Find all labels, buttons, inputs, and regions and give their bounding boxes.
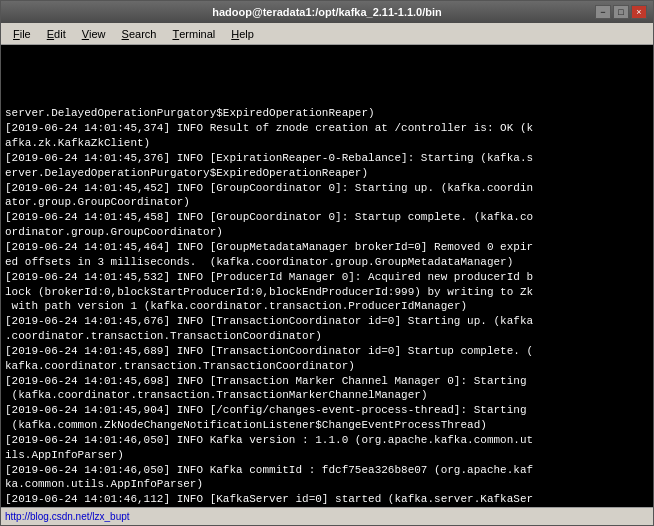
menu-view[interactable]: View xyxy=(74,23,114,44)
terminal-line: [2019-06-24 14:01:45,458] INFO [GroupCoo… xyxy=(5,210,633,225)
window-controls: − □ × xyxy=(595,5,647,19)
terminal-line: [2019-06-24 14:01:46,050] INFO Kafka com… xyxy=(5,463,633,478)
terminal-window: hadoop@teradata1:/opt/kafka_2.11-1.1.0/b… xyxy=(0,0,654,526)
menu-search[interactable]: Search xyxy=(114,23,165,44)
terminal-line: [2019-06-24 14:01:45,452] INFO [GroupCoo… xyxy=(5,181,633,196)
menu-terminal[interactable]: Terminal xyxy=(164,23,223,44)
terminal-line: [2019-06-24 14:01:45,376] INFO [Expirati… xyxy=(5,151,633,166)
terminal-line: [2019-06-24 14:01:45,374] INFO Result of… xyxy=(5,121,633,136)
terminal-line: ator.group.GroupCoordinator) xyxy=(5,195,633,210)
terminal-line: ka.common.utils.AppInfoParser) xyxy=(5,477,633,492)
terminal-line: ils.AppInfoParser) xyxy=(5,448,633,463)
terminal-line: server.DelayedOperationPurgatory$Expired… xyxy=(5,106,633,121)
terminal-line: erver.DelayedOperationPurgatory$ExpiredO… xyxy=(5,166,633,181)
menu-file[interactable]: File xyxy=(5,23,39,44)
terminal-line: kafka.coordinator.transaction.Transactio… xyxy=(5,359,633,374)
close-button[interactable]: × xyxy=(631,5,647,19)
terminal-content: server.DelayedOperationPurgatory$Expired… xyxy=(5,77,649,507)
terminal-line: [2019-06-24 14:01:45,698] INFO [Transact… xyxy=(5,374,633,389)
terminal-output[interactable]: server.DelayedOperationPurgatory$Expired… xyxy=(1,45,653,507)
terminal-line: [2019-06-24 14:01:45,689] INFO [Transact… xyxy=(5,344,633,359)
status-bar: http://blog.csdn.net/lzx_bupt xyxy=(1,507,653,525)
terminal-line: [2019-06-24 14:01:46,112] INFO [KafkaSer… xyxy=(5,492,633,507)
maximize-button[interactable]: □ xyxy=(613,5,629,19)
menu-edit[interactable]: Edit xyxy=(39,23,74,44)
menu-bar: File Edit View Search Terminal Help xyxy=(1,23,653,45)
terminal-line: with path version 1 (kafka.coordinator.t… xyxy=(5,299,633,314)
status-text: http://blog.csdn.net/lzx_bupt xyxy=(5,511,130,522)
window-title: hadoop@teradata1:/opt/kafka_2.11-1.1.0/b… xyxy=(59,6,595,18)
minimize-button[interactable]: − xyxy=(595,5,611,19)
terminal-line: afka.zk.KafkaZkClient) xyxy=(5,136,633,151)
terminal-line: (kafka.coordinator.transaction.Transacti… xyxy=(5,388,633,403)
terminal-line: ed offsets in 3 milliseconds. (kafka.coo… xyxy=(5,255,633,270)
menu-help[interactable]: Help xyxy=(223,23,262,44)
terminal-line: [2019-06-24 14:01:45,464] INFO [GroupMet… xyxy=(5,240,633,255)
terminal-line: [2019-06-24 14:01:45,532] INFO [Producer… xyxy=(5,270,633,285)
terminal-line: lock (brokerId:0,blockStartProducerId:0,… xyxy=(5,285,633,300)
terminal-line: ordinator.group.GroupCoordinator) xyxy=(5,225,633,240)
terminal-line: [2019-06-24 14:01:46,050] INFO Kafka ver… xyxy=(5,433,633,448)
terminal-line: (kafka.common.ZkNodeChangeNotificationLi… xyxy=(5,418,633,433)
terminal-line: [2019-06-24 14:01:45,676] INFO [Transact… xyxy=(5,314,633,329)
title-bar: hadoop@teradata1:/opt/kafka_2.11-1.1.0/b… xyxy=(1,1,653,23)
terminal-line: [2019-06-24 14:01:45,904] INFO [/config/… xyxy=(5,403,633,418)
terminal-line: .coordinator.transaction.TransactionCoor… xyxy=(5,329,633,344)
